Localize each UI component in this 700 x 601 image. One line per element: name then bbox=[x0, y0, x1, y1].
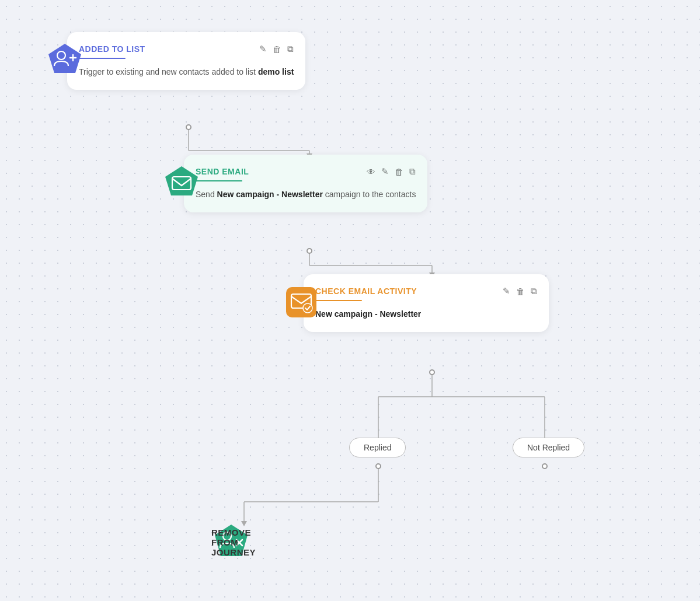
remove-label: REMOVE FROM JOURNEY bbox=[211, 527, 256, 557]
edit-icon[interactable]: ✎ bbox=[259, 44, 267, 54]
card2-body-bold: New campaign - Newsletter bbox=[217, 190, 323, 199]
check-email-icon bbox=[283, 284, 320, 323]
card2-body-suffix: campaign to the contacts bbox=[323, 190, 416, 199]
check-email-card: CHECK EMAIL ACTIVITY ✎ 🗑 ⧉ New campaign … bbox=[304, 274, 549, 332]
svg-point-24 bbox=[303, 303, 312, 313]
card1-bottom-dot bbox=[186, 124, 191, 130]
card3-body: New campaign - Newsletter bbox=[315, 308, 537, 320]
trash-icon-3[interactable]: 🗑 bbox=[516, 286, 525, 296]
card3-title: CHECK EMAIL ACTIVITY bbox=[315, 286, 417, 296]
card2-body: Send New campaign - Newsletter campaign … bbox=[196, 188, 416, 201]
card2-actions[interactable]: 👁 ✎ 🗑 ⧉ bbox=[367, 166, 416, 177]
not-replied-bottom-dot bbox=[542, 463, 548, 469]
eye-icon[interactable]: 👁 bbox=[367, 167, 375, 177]
card1-body-prefix: Trigger to existing and new contacts add… bbox=[79, 67, 258, 76]
card1-header: ADDED TO LIST ✎ 🗑 ⧉ bbox=[79, 44, 294, 54]
copy-icon[interactable]: ⧉ bbox=[287, 44, 294, 54]
replied-bottom-dot bbox=[375, 463, 381, 469]
card1-underline bbox=[79, 58, 126, 59]
send-email-card: SEND EMAIL 👁 ✎ 🗑 ⧉ Send New campaign - N… bbox=[184, 155, 427, 212]
card1-title: ADDED TO LIST bbox=[79, 44, 145, 54]
send-email-icon bbox=[163, 164, 200, 204]
remove-from-journey-node: REMOVE FROM JOURNEY bbox=[211, 522, 251, 562]
edit-icon-3[interactable]: ✎ bbox=[503, 286, 510, 296]
svg-rect-22 bbox=[286, 287, 316, 317]
card2-underline bbox=[196, 180, 242, 181]
copy-icon-2[interactable]: ⧉ bbox=[409, 166, 416, 177]
trash-icon[interactable]: 🗑 bbox=[273, 44, 281, 54]
workflow-canvas: ADDED TO LIST ✎ 🗑 ⧉ Trigger to existing … bbox=[0, 0, 700, 601]
card2-header: SEND EMAIL 👁 ✎ 🗑 ⧉ bbox=[196, 166, 416, 177]
svg-marker-20 bbox=[165, 166, 198, 195]
replied-branch[interactable]: Replied bbox=[349, 438, 406, 457]
card1-body-bold: demo list bbox=[258, 67, 294, 76]
not-replied-branch[interactable]: Not Replied bbox=[513, 438, 584, 457]
card3-actions[interactable]: ✎ 🗑 ⧉ bbox=[503, 286, 537, 296]
card2-bottom-dot bbox=[307, 248, 312, 254]
card3-body-bold: New campaign - Newsletter bbox=[315, 309, 421, 319]
added-to-list-icon bbox=[46, 41, 83, 81]
edit-icon-2[interactable]: ✎ bbox=[381, 166, 389, 177]
added-to-list-card: ADDED TO LIST ✎ 🗑 ⧉ Trigger to existing … bbox=[67, 32, 305, 90]
card1-actions[interactable]: ✎ 🗑 ⧉ bbox=[259, 44, 294, 54]
trash-icon-2[interactable]: 🗑 bbox=[395, 167, 403, 177]
card3-header: CHECK EMAIL ACTIVITY ✎ 🗑 ⧉ bbox=[315, 286, 537, 296]
card2-title: SEND EMAIL bbox=[196, 167, 249, 176]
card1-body: Trigger to existing and new contacts add… bbox=[79, 66, 294, 78]
card3-bottom-dot bbox=[429, 369, 435, 375]
card3-underline bbox=[315, 300, 362, 301]
copy-icon-3[interactable]: ⧉ bbox=[531, 286, 537, 296]
